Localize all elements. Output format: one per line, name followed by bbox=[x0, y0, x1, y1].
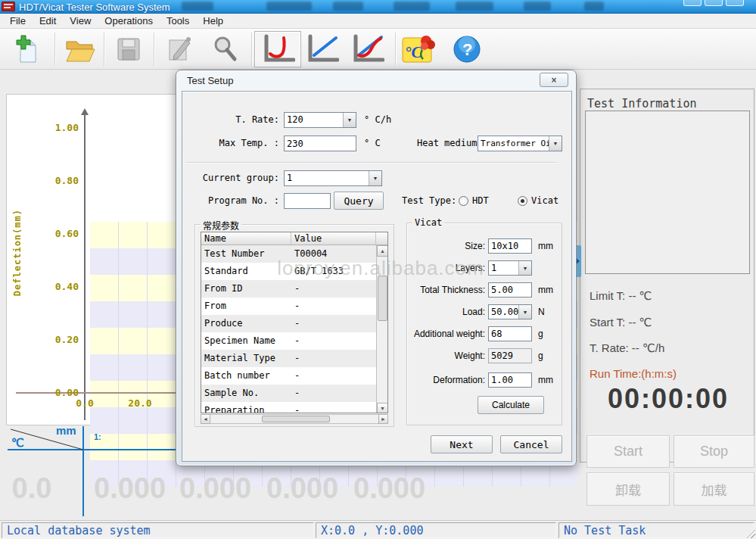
heat-medium-combo[interactable]: Transformer Oil ▼ bbox=[478, 136, 562, 151]
load-button[interactable]: 加载 bbox=[674, 472, 754, 506]
y-tick-label: 0.20 bbox=[44, 334, 79, 345]
minimize-button[interactable] bbox=[683, 0, 702, 6]
deflection-unit-label: mm bbox=[56, 424, 76, 437]
current-group-combo[interactable]: 1 ▼ bbox=[284, 170, 382, 186]
scrollbar-thumb[interactable] bbox=[262, 416, 330, 422]
chevron-down-icon[interactable]: ▼ bbox=[518, 305, 531, 319]
load-combo[interactable]: 50.00 ▼ bbox=[488, 304, 532, 319]
svg-text:°C: °C bbox=[405, 43, 422, 61]
program-no-input[interactable] bbox=[284, 193, 331, 209]
help-button[interactable]: ? bbox=[450, 33, 484, 66]
query-button[interactable]: Query bbox=[334, 192, 384, 210]
chevron-down-icon[interactable]: ▼ bbox=[549, 136, 562, 151]
status-bar: Local database system X:0.0 , Y:0.000 No… bbox=[0, 520, 756, 539]
toolbar-separator bbox=[104, 33, 104, 66]
total-thickness-label: Total Thickness: bbox=[411, 285, 485, 295]
celsius-icon: °C bbox=[401, 33, 436, 65]
chevron-down-icon[interactable]: ▼ bbox=[369, 171, 381, 185]
toolbar-separator bbox=[154, 33, 154, 66]
unload-button[interactable]: 卸载 bbox=[586, 472, 670, 506]
menu-file[interactable]: File bbox=[3, 14, 33, 28]
menu-edit[interactable]: Edit bbox=[33, 14, 63, 28]
table-row[interactable]: Material Type- bbox=[201, 350, 387, 367]
menu-view[interactable]: View bbox=[63, 14, 98, 28]
next-button[interactable]: Next bbox=[431, 435, 493, 453]
vicat-groupbox bbox=[406, 223, 562, 425]
scroll-right-arrow[interactable]: ► bbox=[378, 414, 388, 424]
temperature-line-view-button[interactable] bbox=[304, 33, 339, 66]
total-thickness-input[interactable] bbox=[488, 282, 532, 298]
heat-medium-label: Heat medium: bbox=[417, 138, 483, 148]
column-header-value[interactable]: Value bbox=[291, 232, 376, 245]
calculate-button[interactable]: Calculate bbox=[478, 396, 544, 414]
table-row[interactable]: Produce- bbox=[201, 315, 387, 332]
dialog-close-button[interactable]: × bbox=[540, 73, 568, 87]
layers-label: Layers: bbox=[411, 263, 485, 273]
close-icon: × bbox=[551, 75, 556, 86]
table-row[interactable]: From ID- bbox=[201, 280, 387, 298]
current-group-label: Current group: bbox=[199, 173, 279, 183]
hdt-radio[interactable] bbox=[459, 196, 468, 206]
cancel-button[interactable]: Cancel bbox=[500, 435, 562, 453]
max-temp-input[interactable] bbox=[284, 136, 356, 151]
edit-button[interactable] bbox=[162, 33, 197, 66]
channel-1-readout: 0.000 bbox=[94, 472, 162, 505]
run-time-timer: 00:00:00 bbox=[586, 383, 751, 415]
menu-help[interactable]: Help bbox=[196, 14, 230, 28]
table-row[interactable]: From- bbox=[201, 298, 387, 315]
titlebar-artifact bbox=[524, 2, 551, 11]
channel-4-readout: 0.000 bbox=[353, 472, 422, 505]
scrollbar-thumb[interactable] bbox=[378, 276, 387, 321]
y-tick-label: 0.60 bbox=[44, 228, 79, 239]
titlebar-artifact bbox=[266, 2, 312, 11]
temperature-unit-label: ℃ bbox=[11, 436, 24, 450]
temperature-unit-button[interactable]: °C bbox=[401, 33, 436, 66]
column-header-name[interactable]: Name bbox=[201, 232, 291, 245]
scroll-left-arrow[interactable]: ◄ bbox=[201, 414, 210, 424]
table-row[interactable]: Test NumberT00004 bbox=[201, 245, 387, 263]
open-button[interactable] bbox=[62, 33, 97, 66]
status-task: No Test Task bbox=[558, 522, 754, 538]
layers-combo[interactable]: 1 ▼ bbox=[488, 260, 532, 276]
y-tick-label: 0.00 bbox=[44, 387, 79, 398]
table-row[interactable]: Specimen Name- bbox=[201, 332, 387, 350]
table-row[interactable]: Batch number- bbox=[201, 367, 387, 385]
table-row[interactable]: Sample No.- bbox=[201, 385, 387, 402]
toolbar-separator bbox=[54, 33, 55, 66]
scroll-down-arrow[interactable]: ▼ bbox=[377, 403, 388, 413]
blue-line-chart-icon bbox=[304, 34, 339, 64]
menu-bar: File Edit View Operations Tools Help bbox=[0, 14, 756, 29]
menu-tools[interactable]: Tools bbox=[160, 14, 196, 28]
test-setup-dialog: Test Setup × T. Rate: 120 ▼ ° C/h Max Te… bbox=[176, 70, 577, 466]
t-rate-combo[interactable]: 120 ▼ bbox=[284, 112, 356, 128]
combined-curves-view-button[interactable] bbox=[350, 33, 384, 66]
scroll-up-arrow[interactable]: ▲ bbox=[377, 245, 388, 257]
save-button[interactable] bbox=[111, 33, 146, 66]
maximize-button[interactable] bbox=[705, 0, 723, 6]
titlebar-artifact bbox=[584, 2, 604, 11]
new-test-button[interactable] bbox=[8, 33, 42, 66]
magnifier-icon bbox=[210, 34, 240, 64]
additional-weight-input[interactable] bbox=[488, 326, 532, 341]
titlebar-artifact bbox=[456, 2, 493, 11]
vertical-scrollbar[interactable]: ▲ ▼ bbox=[376, 245, 387, 413]
chevron-down-icon[interactable]: ▼ bbox=[343, 113, 356, 127]
series-1-label: 1: bbox=[94, 432, 101, 441]
search-button[interactable] bbox=[207, 33, 242, 66]
menu-operations[interactable]: Operations bbox=[98, 14, 160, 28]
close-window-button[interactable] bbox=[726, 0, 744, 6]
stop-button[interactable]: Stop bbox=[674, 435, 754, 468]
hdt-radio-label: HDT bbox=[472, 195, 489, 206]
horizontal-scrollbar[interactable]: ◄ ► bbox=[201, 414, 388, 424]
weight-label: Weight: bbox=[411, 351, 485, 361]
deformation-input[interactable] bbox=[488, 372, 532, 388]
deflection-curve-view-button[interactable] bbox=[254, 31, 301, 67]
table-row[interactable]: StandardGB/T 1633 bbox=[201, 263, 387, 280]
max-temp-unit: ° C bbox=[364, 138, 381, 148]
size-input[interactable] bbox=[488, 238, 532, 254]
chevron-down-icon[interactable]: ▼ bbox=[518, 261, 531, 275]
table-row[interactable]: Preparation- bbox=[201, 402, 387, 413]
start-button[interactable]: Start bbox=[586, 435, 670, 468]
save-floppy-icon bbox=[114, 35, 143, 64]
vicat-radio[interactable] bbox=[518, 196, 527, 206]
